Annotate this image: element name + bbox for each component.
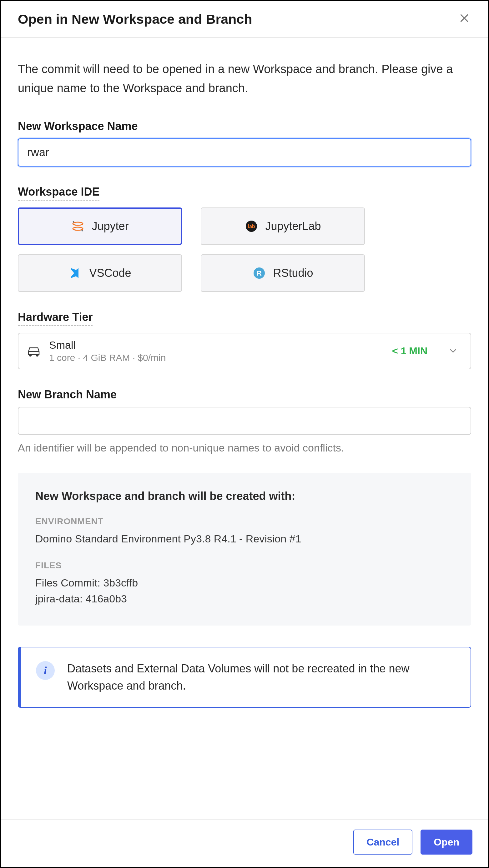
summary-env-value: Domino Standard Environment Py3.8 R4.1 -…: [35, 531, 454, 547]
svg-point-11: [29, 354, 31, 356]
hardware-icon: [27, 345, 41, 356]
ide-grid: Jupyter lab JupyterLab VSCode R: [18, 208, 365, 292]
svg-point-2: [73, 222, 83, 225]
hardware-time-badge: < 1 MIN: [392, 345, 427, 357]
branch-helper-text: An identifier will be appended to non-un…: [18, 442, 471, 454]
branch-section: New Branch Name An identifier will be ap…: [18, 388, 471, 454]
workspace-name-label: New Workspace Name: [18, 120, 471, 133]
hardware-section: Hardware Tier Small 1 core · 4 GiB RAM ·…: [18, 311, 471, 369]
info-banner-text: Datasets and External Data Volumes will …: [67, 660, 456, 695]
jupyterlab-icon: lab: [244, 219, 258, 233]
cancel-button[interactable]: Cancel: [353, 830, 412, 855]
ide-tile-label: Jupyter: [92, 220, 128, 233]
summary-files-data: jpira-data: 416a0b3: [35, 591, 454, 607]
dialog-title: Open in New Workspace and Branch: [18, 11, 252, 27]
dialog-header: Open in New Workspace and Branch: [1, 1, 488, 38]
summary-title: New Workspace and branch will be created…: [35, 490, 454, 503]
rstudio-icon: R: [252, 266, 266, 280]
dialog-footer: Cancel Open: [1, 819, 488, 867]
ide-tile-vscode[interactable]: VSCode: [18, 254, 182, 292]
intro-text: The commit will need to be opened in a n…: [18, 60, 471, 98]
svg-point-12: [36, 354, 38, 356]
branch-name-label: New Branch Name: [18, 388, 471, 401]
workspace-name-section: New Workspace Name: [18, 120, 471, 166]
ide-tile-rstudio[interactable]: R RStudio: [201, 254, 365, 292]
chevron-down-icon: [448, 346, 458, 356]
ide-label: Workspace IDE: [18, 185, 99, 200]
info-banner: i Datasets and External Data Volumes wil…: [18, 647, 471, 708]
svg-text:R: R: [257, 269, 262, 277]
ide-section: Workspace IDE Jupyter lab JupyterLab: [18, 185, 471, 292]
ide-tile-jupyterlab[interactable]: lab JupyterLab: [201, 208, 365, 245]
svg-text:lab: lab: [248, 224, 255, 229]
close-icon: [459, 11, 470, 27]
workspace-name-input[interactable]: [18, 138, 471, 166]
ide-tile-label: JupyterLab: [265, 220, 321, 233]
ide-tile-label: VSCode: [89, 267, 131, 280]
vscode-icon: [68, 266, 82, 280]
info-icon: i: [36, 661, 55, 680]
hardware-label: Hardware Tier: [18, 311, 92, 326]
hardware-name: Small: [49, 339, 384, 351]
branch-name-input[interactable]: [18, 407, 471, 435]
summary-files-commit: Files Commit: 3b3cffb: [35, 575, 454, 591]
hardware-tier-select[interactable]: Small 1 core · 4 GiB RAM · $0/min < 1 MI…: [18, 333, 471, 369]
summary-files-value: Files Commit: 3b3cffb jpira-data: 416a0b…: [35, 575, 454, 607]
dialog-body: The commit will need to be opened in a n…: [1, 38, 488, 819]
open-button[interactable]: Open: [421, 830, 472, 855]
summary-env-label: ENVIRONMENT: [35, 517, 454, 526]
open-workspace-dialog: Open in New Workspace and Branch The com…: [0, 0, 489, 868]
summary-files-label: FILES: [35, 561, 454, 570]
close-button[interactable]: [456, 11, 472, 27]
svg-point-3: [73, 227, 83, 230]
ide-tile-label: RStudio: [273, 267, 313, 280]
hardware-meta: 1 core · 4 GiB RAM · $0/min: [49, 352, 384, 363]
svg-point-4: [73, 221, 75, 222]
svg-point-5: [82, 230, 83, 231]
hardware-info: Small 1 core · 4 GiB RAM · $0/min: [49, 339, 384, 363]
ide-tile-jupyter[interactable]: Jupyter: [18, 208, 182, 245]
summary-box: New Workspace and branch will be created…: [18, 473, 471, 625]
jupyter-icon: [71, 219, 85, 233]
